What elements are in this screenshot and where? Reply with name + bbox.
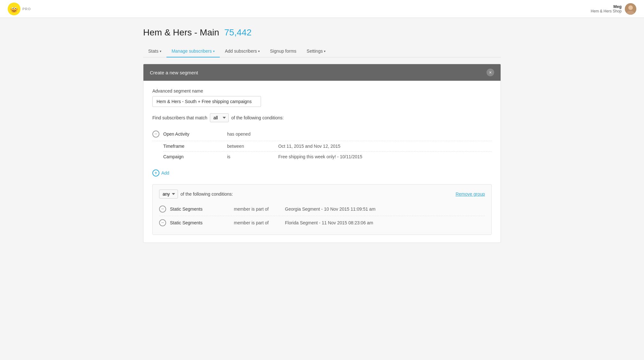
remove-condition-button[interactable]: − — [152, 131, 159, 138]
sub-condition-label: Campaign — [163, 154, 227, 159]
svg-point-1 — [11, 7, 17, 13]
conditions-group: − Open Activity has opened Timeframe bet… — [152, 127, 492, 162]
mailchimp-logo-icon — [8, 3, 20, 15]
segment-panel-body: Advanced segment name Find subscribers t… — [143, 81, 501, 243]
tab-signup-forms[interactable]: Signup forms — [265, 45, 301, 57]
subscriber-count: 75,442 — [224, 27, 252, 38]
main-content: Hem & Hers - Main 75,442 Stats ▾ Manage … — [130, 18, 514, 252]
remove-group-button[interactable]: Remove group — [456, 191, 485, 197]
sub-condition-operator: is — [227, 154, 278, 159]
sub-condition-operator: between — [227, 144, 278, 149]
match-select[interactable]: all any — [210, 113, 229, 122]
match-suffix-text: of the following conditions: — [231, 115, 284, 120]
avatar[interactable] — [625, 3, 636, 15]
sub-condition-row: Campaign is Free shipping this week only… — [163, 152, 492, 162]
chevron-down-icon: ▾ — [324, 49, 326, 53]
chevron-down-icon: ▾ — [258, 49, 260, 53]
tab-stats[interactable]: Stats ▾ — [143, 45, 166, 57]
inner-group-header: any all of the following conditions: Rem… — [159, 190, 485, 199]
condition-row: − Open Activity has opened — [152, 127, 492, 141]
page-title: Hem & Hers - Main — [143, 27, 219, 38]
svg-point-7 — [16, 8, 18, 10]
inner-match-select[interactable]: any all — [159, 190, 178, 199]
chevron-down-icon: ▾ — [213, 49, 215, 53]
logo-area[interactable]: PRO — [8, 3, 31, 15]
svg-point-4 — [12, 8, 13, 9]
chevron-down-icon: ▾ — [160, 49, 161, 53]
inner-match-suffix: of the following conditions: — [180, 191, 233, 197]
inner-condition-value: Florida Segment - 11 Nov 2015 08:23:06 a… — [285, 220, 485, 225]
segment-panel: Create a new segment × Advanced segment … — [143, 64, 501, 243]
condition-type: Open Activity — [163, 131, 227, 137]
inner-condition-type: Static Segments — [170, 220, 234, 225]
segment-panel-header: Create a new segment × — [143, 64, 501, 81]
pro-badge: PRO — [22, 7, 31, 11]
tab-add-subscribers[interactable]: Add subscribers ▾ — [220, 45, 265, 57]
user-shop: Hem & Hers Shop — [591, 9, 622, 13]
condition-operator: has opened — [227, 131, 278, 137]
close-panel-button[interactable]: × — [487, 69, 494, 76]
user-name: Meg — [591, 4, 622, 9]
user-info: Meg Hem & Hers Shop — [591, 4, 622, 13]
add-icon: + — [152, 169, 159, 176]
inner-group-match-row: any all of the following conditions: — [159, 190, 233, 199]
tab-settings[interactable]: Settings ▾ — [302, 45, 331, 57]
match-row: Find subscribers that match all any of t… — [152, 113, 492, 122]
inner-condition-value: Georgia Segment - 10 Nov 2015 11:09:51 a… — [285, 206, 485, 212]
inner-condition-row: − Static Segments member is part of Flor… — [159, 216, 485, 229]
segment-name-label: Advanced segment name — [152, 88, 492, 94]
tab-manage-subscribers[interactable]: Manage subscribers ▾ — [166, 45, 220, 57]
sub-condition-value: Free shipping this week only! - 10/11/20… — [278, 154, 492, 159]
segment-name-input[interactable] — [152, 96, 261, 107]
user-menu[interactable]: Meg Hem & Hers Shop — [591, 3, 636, 15]
sub-condition-row: Timeframe between Oct 11, 2015 and Nov 1… — [163, 141, 492, 152]
svg-point-6 — [10, 8, 12, 10]
sub-condition-value: Oct 11, 2015 and Nov 12, 2015 — [278, 144, 492, 149]
segment-panel-title: Create a new segment — [150, 70, 198, 75]
remove-inner-condition-button[interactable]: − — [159, 219, 166, 226]
remove-inner-condition-button[interactable]: − — [159, 206, 166, 213]
sub-condition-label: Timeframe — [163, 144, 227, 149]
avatar-image — [625, 3, 636, 15]
inner-condition-operator: member is part of — [234, 206, 285, 212]
topbar: PRO Meg Hem & Hers Shop — [0, 0, 644, 18]
add-condition-button[interactable]: + Add — [152, 167, 169, 179]
inner-group: any all of the following conditions: Rem… — [152, 184, 492, 235]
inner-condition-operator: member is part of — [234, 220, 285, 225]
add-label: Add — [161, 170, 169, 176]
inner-condition-type: Static Segments — [170, 206, 234, 212]
inner-condition-row: − Static Segments member is part of Geor… — [159, 202, 485, 216]
nav-tabs: Stats ▾ Manage subscribers ▾ Add subscri… — [143, 45, 501, 57]
match-prefix-text: Find subscribers that match — [152, 115, 207, 120]
svg-point-9 — [628, 5, 633, 10]
svg-point-5 — [15, 8, 16, 9]
page-header: Hem & Hers - Main 75,442 — [143, 27, 501, 38]
sub-conditions: Timeframe between Oct 11, 2015 and Nov 1… — [163, 141, 492, 162]
